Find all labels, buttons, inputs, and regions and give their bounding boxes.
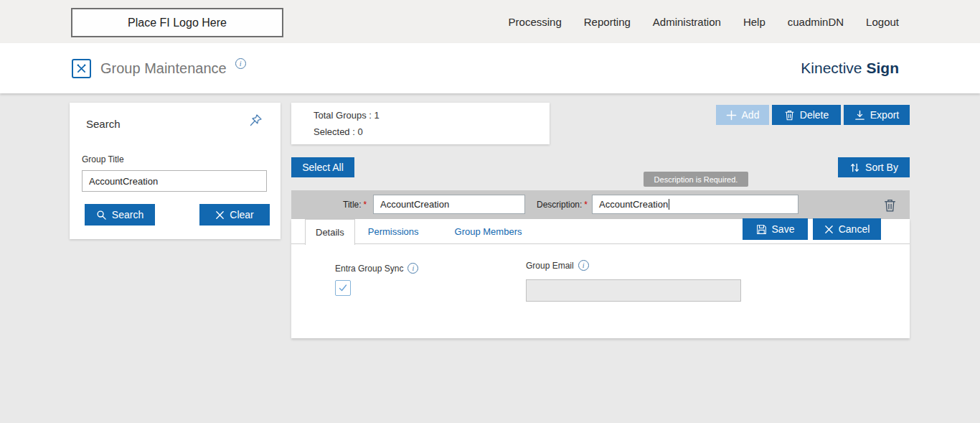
- header-bar: Group Maintenance i Kinective Sign: [0, 43, 980, 93]
- description-label: Description:*: [537, 200, 588, 210]
- top-nav-bar: Place FI Logo Here Processing Reporting …: [0, 0, 980, 43]
- select-all-label: Select All: [302, 162, 344, 173]
- cancel-button-label: Cancel: [839, 223, 870, 235]
- group-details-panel: Details Permissions Group Members Save C…: [291, 219, 910, 338]
- fi-logo-text: Place FI Logo Here: [128, 17, 227, 29]
- selected-count-text: Selected : 0: [314, 126, 363, 137]
- validation-tooltip: Description is Required.: [644, 172, 748, 187]
- title-label-text: Title:: [343, 200, 362, 210]
- description-input-value: AccountCreation: [599, 199, 668, 210]
- nav-item-administration[interactable]: Administration: [653, 16, 721, 28]
- clear-button-label: Clear: [230, 209, 253, 220]
- export-icon: [854, 110, 865, 121]
- search-panel: Search Group Title Search Clear: [70, 103, 281, 239]
- group-email-info-icon[interactable]: i: [578, 260, 589, 271]
- entra-group-sync-checkbox[interactable]: [335, 280, 351, 296]
- checkbox-check-icon: [338, 283, 348, 293]
- search-button[interactable]: Search: [85, 204, 155, 226]
- top-nav-menu: Processing Reporting Administration Help…: [509, 0, 899, 43]
- select-all-button[interactable]: Select All: [291, 157, 354, 177]
- tab-details[interactable]: Details: [305, 219, 355, 245]
- nav-item-help[interactable]: Help: [743, 16, 765, 28]
- export-button-label: Export: [870, 109, 899, 121]
- nav-item-processing[interactable]: Processing: [509, 16, 562, 28]
- cancel-button[interactable]: Cancel: [813, 218, 881, 240]
- entra-group-sync-label: Entra Group Sync: [335, 264, 403, 274]
- search-panel-title: Search: [86, 118, 121, 130]
- delete-icon: [784, 109, 795, 121]
- fi-logo-placeholder: Place FI Logo Here: [71, 8, 283, 37]
- nav-item-reporting[interactable]: Reporting: [584, 16, 631, 28]
- add-button-label: Add: [742, 109, 760, 121]
- add-icon: [726, 110, 737, 121]
- delete-button[interactable]: Delete: [772, 105, 841, 125]
- nav-item-logout[interactable]: Logout: [866, 16, 899, 28]
- nav-item-user[interactable]: cuadminDN: [788, 16, 844, 28]
- group-email-input: [526, 279, 741, 302]
- clear-button[interactable]: Clear: [199, 204, 270, 226]
- tab-permissions-label: Permissions: [368, 226, 419, 237]
- save-button-label: Save: [772, 223, 795, 235]
- brand-regular: Kinective: [801, 60, 862, 77]
- sort-by-button[interactable]: Sort By: [838, 157, 910, 177]
- tab-group-members-label: Group Members: [455, 226, 522, 237]
- title-label: Title:*: [343, 200, 367, 210]
- save-button[interactable]: Save: [743, 218, 808, 240]
- maintenance-icon: [72, 59, 91, 78]
- tab-bar: Details Permissions Group Members Save C…: [291, 219, 910, 244]
- details-tab-content: Entra Group Sync i Group Email i: [291, 244, 910, 338]
- tab-group-members[interactable]: Group Members: [445, 219, 532, 243]
- summary-panel: Total Groups : 1 Selected : 0: [291, 103, 550, 144]
- page-title: Group Maintenance: [100, 60, 227, 77]
- sort-icon: [849, 162, 860, 173]
- page-title-info-icon[interactable]: i: [235, 58, 246, 69]
- brand-logo: Kinective Sign: [801, 43, 899, 93]
- save-icon: [756, 224, 767, 235]
- group-actions-toolbar: Add Delete Export: [716, 105, 910, 125]
- clear-icon: [215, 210, 225, 220]
- entra-group-sync-info-icon[interactable]: i: [407, 263, 418, 274]
- cancel-icon: [824, 225, 834, 234]
- title-required-mark: *: [364, 200, 367, 210]
- group-edit-row: Title:* Description:* AccountCreation: [291, 190, 910, 219]
- group-title-label: Group Title: [82, 154, 124, 164]
- export-button[interactable]: Export: [844, 105, 910, 125]
- total-groups-text: Total Groups : 1: [314, 110, 380, 121]
- tab-details-label: Details: [316, 227, 344, 238]
- group-email-label: Group Email: [526, 261, 574, 271]
- group-title-input[interactable]: [82, 170, 267, 192]
- description-required-mark: *: [584, 200, 588, 210]
- description-input[interactable]: AccountCreation: [592, 195, 798, 214]
- text-caret: [669, 199, 669, 210]
- search-icon: [96, 210, 107, 220]
- row-delete-trash-icon[interactable]: [881, 196, 898, 213]
- delete-button-label: Delete: [800, 109, 829, 121]
- add-button[interactable]: Add: [716, 105, 769, 125]
- validation-tooltip-text: Description is Required.: [654, 175, 738, 184]
- title-input[interactable]: [373, 195, 525, 214]
- search-button-label: Search: [112, 209, 143, 220]
- brand-bold: Sign: [867, 60, 900, 77]
- description-label-text: Description:: [537, 200, 582, 210]
- pin-icon[interactable]: [248, 113, 263, 131]
- tab-permissions[interactable]: Permissions: [358, 219, 429, 243]
- sort-by-label: Sort By: [865, 162, 898, 173]
